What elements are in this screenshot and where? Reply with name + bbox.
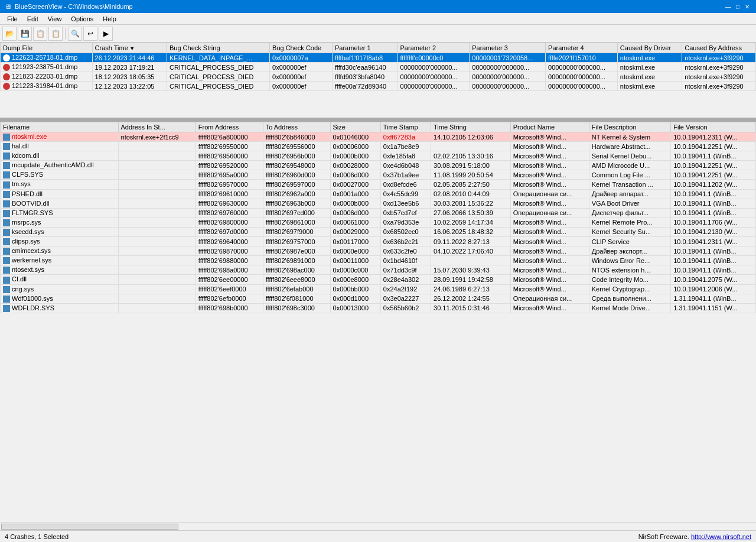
toolbar: 📂 💾 📋 📋 🔍 ↩ ▶ [0,25,756,43]
file-icon [3,134,10,141]
col-size[interactable]: Size [330,122,380,132]
col-param2[interactable]: Parameter 2 [397,43,470,53]
list-item[interactable]: clipsp.sysfffff802'69640000fffff802'6975… [1,237,756,246]
list-item[interactable]: Wdf01000.sysfffff802'6efb0000fffff802'6f… [1,294,756,303]
crash-icon [3,83,10,90]
col-file-desc[interactable]: File Description [589,122,670,132]
main-area: Dump File Crash Time Bug Check String Bu… [0,43,756,522]
title-bar-left: 🖥 BlueScreenView - C:\Windows\Minidump [5,3,133,10]
status-bar: 4 Crashes, 1 Selected NirSoft Freeware. … [0,530,756,542]
list-item[interactable]: PSHED.dllfffff802'69610000fffff802'6962a… [1,189,756,199]
list-item[interactable]: hal.dllfffff802'69550000fffff802'6955600… [1,142,756,151]
col-from-address[interactable]: From Address [195,122,263,132]
col-caused-address[interactable]: Caused By Address [682,43,756,53]
menu-help[interactable]: Help [98,14,121,24]
menu-edit[interactable]: Edit [22,14,43,24]
col-to-address[interactable]: To Address [263,122,330,132]
list-item[interactable]: FLTMGR.SYSfffff802'69760000fffff802'697c… [1,208,756,218]
toolbar-copy-button[interactable]: 📋 [33,27,47,41]
toolbar-paste-button[interactable]: 📋 [48,27,63,41]
list-item[interactable]: cng.sysfffff802'6eef0000fffff802'6efab00… [1,284,756,294]
col-dump-file[interactable]: Dump File [1,43,93,53]
toolbar-back-button[interactable]: ↩ [83,27,97,41]
file-icon [3,238,10,245]
table-header-row: Dump File Crash Time Bug Check String Bu… [1,43,756,53]
list-item[interactable]: cmimcext.sysfffff802'69870000fffff802'69… [1,246,756,256]
table-row[interactable]: 121223-31984-01.dmp12.12.2023 13:22:05CR… [1,82,756,91]
file-icon [3,152,10,160]
hscroll-area[interactable] [0,522,756,530]
col-param3[interactable]: Parameter 3 [470,43,546,53]
list-item[interactable]: msrpc.sysfffff802'69800000fffff802'69861… [1,218,756,227]
minimize-button[interactable]: — [724,2,732,11]
col-timestamp[interactable]: Time Stamp [380,122,431,132]
table-row[interactable]: 121923-23875-01.dmp19.12.2023 17:19:21CR… [1,63,756,72]
menu-file[interactable]: File [2,14,22,24]
window-title: BlueScreenView - C:\Windows\Minidump [15,3,133,10]
status-left: 4 Crashes, 1 Selected [5,533,69,540]
bottom-panel: Filename Address In St... From Address T… [0,122,756,522]
list-item[interactable]: ksecdd.sysfffff802'697d0000fffff802'697f… [1,227,756,236]
crashes-table: Dump File Crash Time Bug Check String Bu… [0,43,756,91]
crash-count-label: 4 Crashes, 1 Selected [5,533,69,540]
list-item[interactable]: kdcom.dllfffff802'69560000fffff802'6956b… [1,151,756,161]
col-timestring[interactable]: Time String [431,122,511,132]
col-crash-time[interactable]: Crash Time [92,43,167,53]
app-icon: 🖥 [5,3,11,10]
file-icon [3,143,10,150]
file-icon [3,210,10,217]
crash-icon [3,73,10,80]
col-param4[interactable]: Parameter 4 [546,43,618,53]
table-row[interactable]: 122623-25718-01.dmp26.12.2023 21:44:46KE… [1,53,756,63]
title-bar: 🖥 BlueScreenView - C:\Windows\Minidump —… [0,0,756,13]
file-icon [3,296,10,303]
col-param1[interactable]: Parameter 1 [333,43,398,53]
files-header-row: Filename Address In St... From Address T… [1,122,756,132]
maximize-button[interactable]: □ [734,2,742,11]
col-address-st[interactable]: Address In St... [118,122,195,132]
hscroll-thumb[interactable] [1,524,178,530]
top-table-scroll[interactable]: Dump File Crash Time Bug Check String Bu… [0,43,756,118]
menu-options[interactable]: Options [66,14,98,24]
col-file-version[interactable]: File Version [671,122,756,132]
file-icon [3,286,10,293]
crash-icon [3,54,10,61]
close-button[interactable]: ✕ [743,2,751,11]
list-item[interactable]: CLFS.SYSfffff802'695a0000fffff802'6960d0… [1,170,756,180]
file-icon [3,219,10,226]
list-item[interactable]: BOOTVID.dllfffff802'69630000fffff802'696… [1,199,756,208]
toolbar-search-button[interactable]: 🔍 [68,27,82,41]
nirsoft-url[interactable]: http://www.nirsoft.net [691,533,751,540]
file-icon [3,162,10,169]
files-table: Filename Address In St... From Address T… [0,122,756,313]
status-right: NirSoft Freeware. http://www.nirsoft.net [638,533,751,540]
file-icon [3,181,10,189]
col-bug-check-string[interactable]: Bug Check String [167,43,269,53]
list-item[interactable]: mcupdate_AuthenticAMD.dllfffff802'695200… [1,161,756,170]
window-controls: — □ ✕ [724,2,751,11]
menu-view[interactable]: View [43,14,67,24]
bottom-table-scroll[interactable]: Filename Address In St... From Address T… [0,122,756,522]
list-item[interactable]: CI.dllfffff802'6ee00000fffff802'6eee8000… [1,275,756,284]
col-bug-check-code[interactable]: Bug Check Code [270,43,333,53]
menu-bar: File Edit View Options Help [0,13,756,25]
list-item[interactable]: ntosext.sysfffff802'698a0000fffff802'698… [1,265,756,275]
toolbar-open-button[interactable]: 📂 [2,27,17,41]
file-icon [3,305,10,312]
col-product-name[interactable]: Product Name [510,122,589,132]
list-item[interactable]: werkernel.sysfffff802'69880000fffff802'6… [1,256,756,265]
file-icon [3,191,10,198]
list-item[interactable]: ntoskrnl.exentoskrnl.exe+2f1cc9fffff802'… [1,132,756,142]
file-icon [3,257,10,264]
file-icon [3,248,10,255]
list-item[interactable]: WDFLDR.SYSfffff802'698b0000fffff802'698c… [1,303,756,313]
toolbar-save-button[interactable]: 💾 [18,27,32,41]
toolbar-run-button[interactable]: ▶ [99,27,113,41]
file-icon [3,171,10,178]
table-row[interactable]: 121823-22203-01.dmp18.12.2023 18:05:35CR… [1,72,756,82]
col-caused-driver[interactable]: Caused By Driver [617,43,682,53]
top-panel: Dump File Crash Time Bug Check String Bu… [0,43,756,119]
file-icon [3,267,10,274]
list-item[interactable]: tm.sysfffff802'69570000fffff802'69597000… [1,180,756,189]
col-filename[interactable]: Filename [1,122,119,132]
